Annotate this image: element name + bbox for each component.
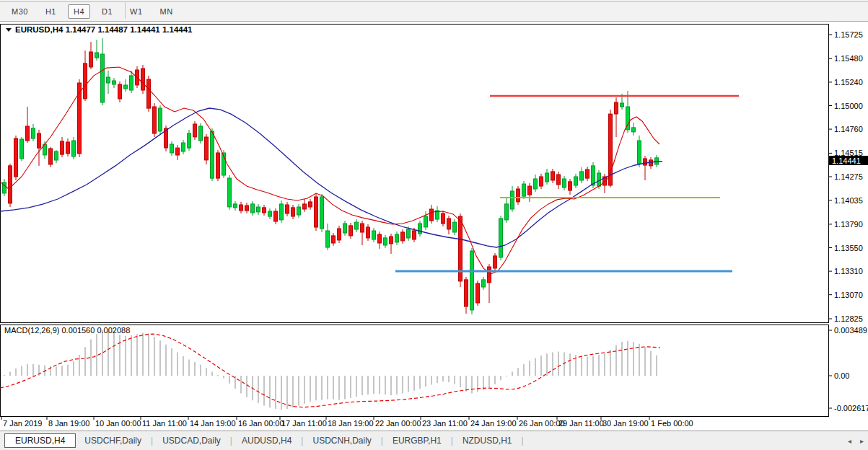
candle-body <box>418 224 422 234</box>
macd-axis-label: 0.003489 <box>834 326 867 335</box>
candle-body <box>113 81 116 84</box>
candle-body <box>303 204 307 209</box>
timeframe-button-H4[interactable]: H4 <box>68 4 90 19</box>
candle-body <box>199 126 203 141</box>
chart-tab-USDCNH-Daily[interactable]: USDCNH,Daily <box>304 433 380 448</box>
candle-body <box>245 206 249 211</box>
candle-body <box>188 133 191 148</box>
chart-tabbar: EURUSD,H4USDCHF,Daily|USDCAD,Daily|AUDUS… <box>0 431 868 450</box>
time-axis-label: 17 Jan 11:00 <box>281 419 327 428</box>
candle-body <box>291 208 295 216</box>
macd-axis-label: -0.002617 <box>834 404 868 412</box>
candle-body <box>592 166 595 185</box>
timeframe-button-M30[interactable]: M30 <box>6 4 34 19</box>
candle-body <box>563 179 566 188</box>
tab-scroll-arrows: ◂ ▸ <box>848 431 864 450</box>
time-axis-label: 24 Jan 19:00 <box>470 419 517 428</box>
chart-tab-EURGBP-H1[interactable]: EURGBP,H1 <box>384 433 450 448</box>
chart-tab-USDCHF-Daily[interactable]: USDCHF,Daily <box>76 433 150 448</box>
price-chart-canvas[interactable]: EURUSD,H4 1.14477 1.14487 1.14441 1.1444… <box>0 22 868 431</box>
candle-body <box>153 107 157 133</box>
chart-tabs: EURUSD,H4USDCHF,Daily|USDCAD,Daily|AUDUS… <box>4 433 525 448</box>
candle-body <box>286 205 289 213</box>
candle-body <box>424 216 428 227</box>
candle-body <box>182 143 185 151</box>
candle-body <box>401 232 405 241</box>
time-axis-label: 23 Jan 11:00 <box>422 419 468 428</box>
candle-body <box>332 236 336 243</box>
candle-body <box>9 166 12 203</box>
chart-tab-AUDUSD-H4[interactable]: AUDUSD,H4 <box>233 433 300 448</box>
candle-body <box>522 184 526 196</box>
time-axis-label: 1 Feb 00:00 <box>651 419 693 428</box>
candle-body <box>615 102 618 114</box>
candle-body <box>338 229 341 240</box>
timeframe-button-MN[interactable]: MN <box>154 4 179 19</box>
candle-body <box>517 189 520 202</box>
candle-body <box>72 141 76 156</box>
timeframe-buttons: M30H1H4D1W1MN <box>0 3 179 20</box>
price-axis-label: 1.12825 <box>834 314 863 323</box>
candle-body <box>499 219 503 257</box>
time-axis: 7 Jan 20198 Jan 19:0010 Jan 00:0011 Jan … <box>1 417 693 428</box>
price-axis-label: 1.15480 <box>834 54 863 63</box>
candle-body <box>274 211 278 221</box>
macd-indicator-label: MACD(12,26,9) 0.001560 0.002088 <box>4 326 130 335</box>
tab-separator: | <box>521 436 525 446</box>
price-axis-label: 1.14035 <box>834 196 863 205</box>
candle-body <box>159 108 162 131</box>
candle-body <box>49 149 53 164</box>
candle-body <box>147 79 151 108</box>
time-axis-label: 30 Jan 19:00 <box>602 419 649 428</box>
candle-body <box>32 128 35 138</box>
price-axis-label: 1.13310 <box>834 267 863 275</box>
candle-body <box>268 211 272 216</box>
candle-body <box>407 229 411 238</box>
candle-body <box>442 213 445 224</box>
chart-tab-EURUSD-H4[interactable]: EURUSD,H4 <box>4 433 76 448</box>
candle-body <box>644 159 647 165</box>
price-axis-label: 1.13790 <box>834 220 863 229</box>
candle-body <box>297 207 301 215</box>
macd-axis-label: 0.00 <box>834 371 849 380</box>
timeframe-button-W1[interactable]: W1 <box>124 4 149 19</box>
candle-body <box>20 139 24 159</box>
tab-scroll-left-icon[interactable]: ◂ <box>848 437 851 445</box>
timeframe-button-H1[interactable]: H1 <box>40 4 62 19</box>
candle-body <box>309 202 312 207</box>
candle-body <box>378 234 382 243</box>
time-axis-label: 16 Jan 00:00 <box>238 419 284 428</box>
chart-tab-USDCAD-Daily[interactable]: USDCAD,Daily <box>154 433 229 448</box>
candle-body <box>361 224 364 232</box>
candle-body <box>528 186 532 195</box>
candle-body <box>280 204 284 220</box>
candle-body <box>574 177 578 185</box>
candle-body <box>89 52 93 67</box>
candle-body <box>240 205 243 211</box>
candle-body <box>384 238 387 245</box>
candle-body <box>343 224 347 233</box>
candle-body <box>26 126 30 141</box>
candle-body <box>78 83 82 154</box>
candle-body <box>107 77 110 83</box>
price-axis-label: 1.13550 <box>834 244 863 252</box>
toolbar-separator <box>125 2 126 19</box>
candle-body <box>257 207 260 212</box>
candle-body <box>211 131 214 178</box>
chart-tab-NZDUSD-H1[interactable]: NZDUSD,H1 <box>454 433 521 448</box>
candle-body <box>390 237 393 244</box>
chart-title: EURUSD,H4 1.14477 1.14487 1.14441 1.1444… <box>6 25 193 34</box>
candle-body <box>14 138 18 177</box>
candle-body <box>176 148 180 155</box>
candle-body <box>315 197 318 227</box>
candle-body <box>55 151 58 160</box>
candle-body <box>540 177 543 186</box>
timeframe-button-D1[interactable]: D1 <box>96 4 118 19</box>
candle-body <box>95 53 99 58</box>
candle-body <box>586 169 589 178</box>
candle-body <box>141 69 145 90</box>
price-axis: 1.157251.154801.152401.150001.147601.145… <box>828 30 863 323</box>
candle-body <box>632 128 636 132</box>
candle-body <box>557 175 561 185</box>
tab-scroll-right-icon[interactable]: ▸ <box>860 437 864 445</box>
